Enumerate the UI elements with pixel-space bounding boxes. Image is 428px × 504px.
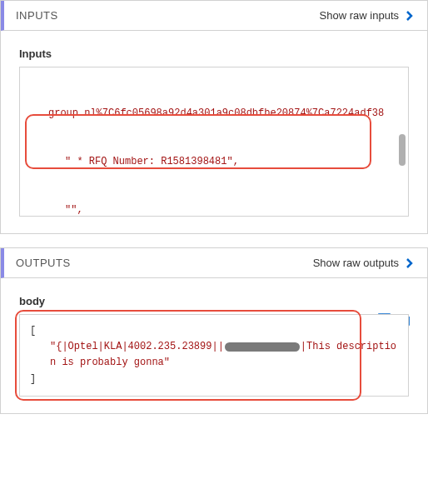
show-raw-outputs-link[interactable]: Show raw outputs <box>313 257 416 269</box>
chevron-right-icon <box>404 10 416 22</box>
outputs-panel: OUTPUTS Show raw outputs body [ "{|Optel… <box>0 247 428 414</box>
code-content: group.nl%7C6fc05698a92d4a301a9c08dbfbe20… <box>28 74 400 217</box>
code-line: " * RFQ Number: R1581398481", <box>28 154 400 170</box>
show-raw-outputs-label: Show raw outputs <box>313 257 399 269</box>
outputs-code-box[interactable]: [ "{|Optel|KLA|4002.235.23899|||This des… <box>19 314 409 397</box>
outputs-title: OUTPUTS <box>16 257 71 269</box>
code-line: ] <box>30 372 398 387</box>
show-raw-inputs-link[interactable]: Show raw inputs <box>320 9 416 22</box>
chevron-right-icon <box>404 257 416 269</box>
outputs-body: body [ "{|Optel|KLA|4002.235.23899|||Thi… <box>1 278 427 413</box>
show-raw-inputs-label: Show raw inputs <box>320 9 399 22</box>
scrollbar-thumb[interactable] <box>399 134 406 166</box>
inputs-code-box[interactable]: group.nl%7C6fc05698a92d4a301a9c08dbfbe20… <box>19 67 409 217</box>
inputs-header: INPUTS Show raw inputs <box>1 1 427 31</box>
code-line: group.nl%7C6fc05698a92d4a301a9c08dbfbe20… <box>28 106 400 122</box>
outputs-field-label: body <box>19 295 409 307</box>
code-line: [ <box>30 323 398 339</box>
outputs-header: OUTPUTS Show raw outputs <box>1 248 427 278</box>
inputs-field-label: Inputs <box>19 47 409 60</box>
inputs-body: Inputs group.nl%7C6fc05698a92d4a301a9c08… <box>1 31 427 233</box>
redacted-block <box>225 342 300 352</box>
inputs-title: INPUTS <box>16 9 58 22</box>
code-line: "{|Optel|KLA|4002.235.23899|||This descr… <box>30 339 398 371</box>
inputs-panel: INPUTS Show raw inputs Inputs group.nl%7… <box>0 0 428 234</box>
code-line: "", <box>28 202 400 217</box>
